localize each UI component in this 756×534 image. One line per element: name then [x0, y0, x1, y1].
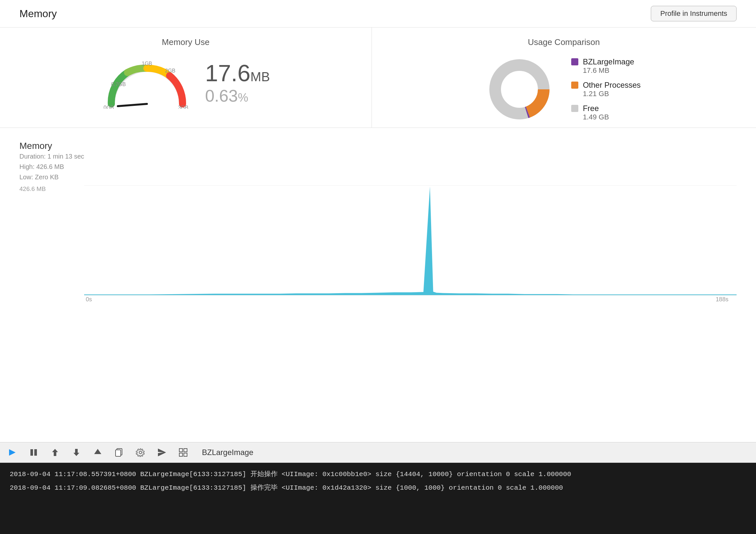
- svg-text:2GB: 2GB: [165, 68, 176, 73]
- svg-text:1GB: 1GB: [142, 61, 152, 67]
- svg-text:3GB: 3GB: [178, 105, 188, 109]
- pause-icon[interactable]: [28, 447, 40, 458]
- copy-icon[interactable]: [113, 447, 125, 458]
- svg-text:0s: 0s: [86, 296, 92, 302]
- svg-rect-27: [184, 453, 187, 456]
- svg-rect-24: [179, 448, 182, 452]
- svg-rect-16: [34, 449, 37, 456]
- legend-item-bzlargeimage: BZLargeImage 17.6 MB: [571, 57, 641, 75]
- svg-marker-19: [94, 449, 101, 454]
- panels-row: Memory Use 0GB: [0, 28, 756, 128]
- usage-comparison-panel: Usage Comparison BZLargeImage: [372, 28, 756, 127]
- chart-left-col: Memory Duration: 1 min 13 sec High: 426.…: [19, 141, 84, 182]
- legend-color-free: [571, 105, 578, 112]
- legend: BZLargeImage 17.6 MB Other Processes 1.2…: [571, 57, 641, 121]
- usage-comparison-title: Usage Comparison: [528, 37, 600, 47]
- memory-use-title: Memory Use: [162, 37, 209, 47]
- svg-marker-11: [84, 186, 737, 295]
- settings-icon[interactable]: [135, 447, 146, 458]
- record-icon[interactable]: [7, 447, 18, 458]
- memory-percent-value: 0.63%: [205, 87, 270, 104]
- svg-text:0.7GB: 0.7GB: [111, 82, 125, 87]
- svg-rect-15: [30, 449, 33, 456]
- up-arrow-icon[interactable]: [92, 447, 104, 458]
- chart-y-label: 426.6 MB: [19, 185, 46, 193]
- console-line-1: 2018-09-04 11:17:08.557391+0800 BZLargeI…: [10, 469, 746, 478]
- legend-item-other-processes: Other Processes 1.21 GB: [571, 81, 641, 98]
- console-area: 2018-09-04 11:17:08.557391+0800 BZLargeI…: [0, 463, 756, 534]
- svg-marker-23: [158, 448, 166, 456]
- svg-rect-25: [184, 448, 187, 452]
- svg-text:0GB: 0GB: [104, 105, 114, 109]
- legend-item-free: Free 1.49 GB: [571, 104, 641, 121]
- toolbar: BZLargeImage: [0, 442, 756, 463]
- svg-text:188s: 188s: [716, 296, 728, 302]
- memory-main-value: 17.6MB: [205, 62, 270, 85]
- download-icon[interactable]: [70, 447, 82, 458]
- chart-title: Memory: [19, 141, 84, 151]
- svg-marker-18: [73, 449, 79, 456]
- memory-values: 17.6MB 0.63%: [205, 62, 270, 104]
- legend-color-bzlargeimage: [571, 58, 578, 66]
- svg-line-0: [118, 104, 147, 106]
- usage-content: BZLargeImage 17.6 MB Other Processes 1.2…: [487, 57, 641, 122]
- svg-marker-17: [52, 449, 58, 456]
- legend-text-free: Free 1.49 GB: [583, 104, 609, 121]
- send-icon[interactable]: [156, 447, 168, 458]
- svg-marker-14: [9, 449, 15, 456]
- donut-chart: [487, 57, 552, 122]
- memory-use-panel: Memory Use 0GB: [0, 28, 372, 127]
- upload-icon[interactable]: [49, 447, 61, 458]
- top-bar: Memory Profile in Instruments: [0, 0, 756, 28]
- chart-area: Memory Duration: 1 min 13 sec High: 426.…: [0, 128, 756, 277]
- page-title: Memory: [19, 8, 57, 20]
- profile-instruments-button[interactable]: Profile in Instruments: [651, 6, 737, 21]
- legend-text-bzlargeimage: BZLargeImage 17.6 MB: [583, 57, 634, 75]
- gauge-container: 0GB 0.7GB 1GB 2GB 3GB: [102, 54, 192, 112]
- console-line-2: 2018-09-04 11:17:09.082685+0800 BZLargeI…: [10, 483, 746, 492]
- legend-text-other-processes: Other Processes 1.21 GB: [583, 81, 641, 98]
- toolbar-app-name: BZLargeImage: [202, 448, 254, 457]
- svg-rect-26: [179, 453, 182, 456]
- legend-color-other-processes: [571, 82, 578, 89]
- gauge-area: 0GB 0.7GB 1GB 2GB 3GB 17.6MB 0.63%: [102, 54, 270, 112]
- gauge-svg: 0GB 0.7GB 1GB 2GB 3GB: [102, 54, 192, 109]
- grid-icon[interactable]: [177, 447, 189, 458]
- chart-meta: Duration: 1 min 13 sec High: 426.6 MB Lo…: [19, 151, 84, 182]
- chart-wrapper: 426.6 MB 0s 188s: [84, 185, 737, 302]
- chart-svg: 0s 188s: [84, 185, 737, 302]
- svg-rect-21: [116, 450, 121, 456]
- svg-point-22: [139, 451, 142, 454]
- chart-header: Memory Duration: 1 min 13 sec High: 426.…: [19, 141, 737, 182]
